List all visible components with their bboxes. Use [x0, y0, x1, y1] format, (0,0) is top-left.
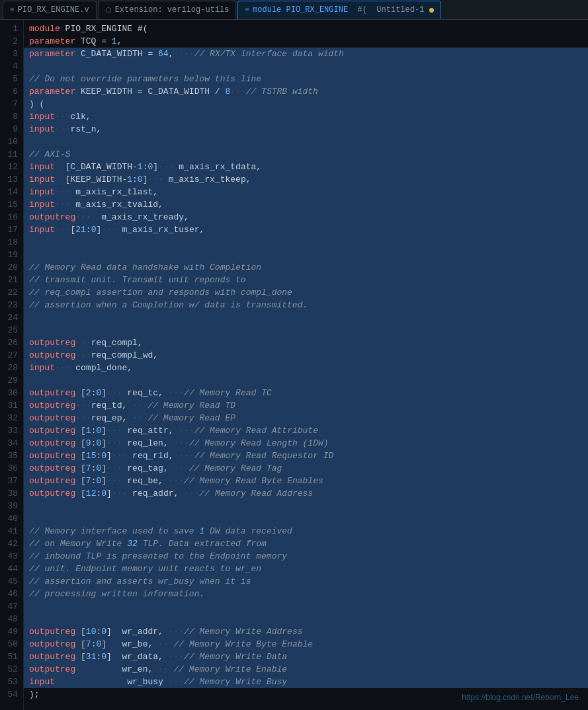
code-line: // assertion when a Completion w/ data i… — [24, 299, 588, 311]
code-line: output reg [7:0]··· req_be, ···// Memory… — [24, 475, 588, 487]
code-line: output reg [12:0]··· req_addr, ···// Mem… — [24, 487, 588, 500]
code-line: output reg ···req_compl_wd, — [24, 349, 588, 362]
code-line: input ··· m_axis_rx_tlast, — [24, 186, 588, 198]
code-line: // inbound TLP is presented to the Endpo… — [24, 550, 588, 563]
modified-dot — [429, 8, 434, 13]
code-line: parameter C_DATA_WIDTH = 64, ···// RX/TX… — [24, 48, 588, 60]
code-line: output reg ···req_compl, — [24, 336, 588, 349]
file-icon: ≡ — [10, 6, 15, 14]
code-line: input [C_DATA_WIDTH-1:0]··· m_axis_rx_td… — [24, 161, 588, 173]
code-line: output reg [31:0] wr_data, ···// Memory … — [24, 651, 588, 663]
code-line — [24, 60, 588, 73]
code-line: // transmit unit. Transmit unit reponds … — [24, 274, 588, 286]
code-line: output reg [10:0] wr_addr, ···// Memory … — [24, 625, 588, 638]
code-line: input ··· compl_done, — [24, 362, 588, 374]
code-line: // AXI-S — [24, 148, 588, 161]
code-line: // on Memory Write 32 TLP. Data extracte… — [24, 537, 588, 550]
code-line: output reg [7:0] wr_be, ···// Memory Wri… — [24, 638, 588, 651]
code-line: parameter KEEP_WIDTH = C_DATA_WIDTH / 8 … — [24, 85, 588, 98]
code-line: input [KEEP_WIDTH-1:0]··· m_axis_rx_tkee… — [24, 173, 588, 186]
tab-bar: ≡ PIO_RX_ENGINE.v ⬡ Extension: verilog-u… — [0, 0, 588, 20]
code-line: output reg [2:0]··· req_tc, ···// Memory… — [24, 387, 588, 399]
code-line — [24, 249, 588, 261]
code-line — [24, 613, 588, 625]
code-content[interactable]: module PIO_RX_ENGINE #( parameter TCQ = … — [24, 20, 588, 710]
code-line — [24, 500, 588, 512]
code-line: output reg [1:0]··· req_attr, ···// Memo… — [24, 424, 588, 437]
tab-pio-rx-engine-v[interactable]: ≡ PIO_RX_ENGINE.v — [3, 1, 97, 19]
code-line: input ···rst_n, — [24, 123, 588, 136]
code-line: // Memory Read data handshake with Compl… — [24, 261, 588, 274]
code-line — [24, 512, 588, 525]
code-line — [24, 311, 588, 324]
watermark: https://blog.csdn.net/Reborn_Lee — [462, 693, 579, 702]
tab-label: PIO_RX_ENGINE.v — [18, 5, 89, 15]
code-line: input wr_busy ···// Memory Write Busy — [24, 676, 588, 688]
editor-area: 1234567891011121314151617181920212223242… — [0, 20, 588, 710]
code-line: input ··· m_axis_rx_tvalid, — [24, 198, 588, 211]
code-line: output reg ···req_ep, ···// Memory Read … — [24, 412, 588, 424]
code-line — [24, 136, 588, 148]
code-line: // assertion and asserts wr_busy when it… — [24, 575, 588, 588]
extension-icon: ⬡ — [105, 6, 112, 15]
code-line — [24, 374, 588, 387]
line-numbers: 1234567891011121314151617181920212223242… — [0, 20, 24, 710]
code-line: input ···[21:0]··· m_axis_rx_tuser, — [24, 223, 588, 236]
tab-module-active[interactable]: ≡ module PIO_RX_ENGINE #( Untitled-1 — [237, 1, 441, 19]
tab-label: Extension: verilog-utils — [115, 5, 230, 15]
code-line: // Do not override parameters below this… — [24, 73, 588, 85]
code-line: parameter TCQ = 1, — [24, 35, 588, 48]
code-line: output reg [7:0]··· req_tag, ···// Memor… — [24, 462, 588, 475]
tab-extension-verilog[interactable]: ⬡ Extension: verilog-utils — [98, 1, 237, 19]
code-line: input ···clk, — [24, 110, 588, 123]
code-line: ) ( — [24, 98, 588, 110]
code-line: output reg [9:0]··· req_len, ···// Memor… — [24, 437, 588, 450]
code-line — [24, 600, 588, 613]
module-icon: ≡ — [245, 6, 249, 14]
code-line: // req_compl assertion and responds with… — [24, 286, 588, 299]
code-line: output reg ··· m_axis_rx_tready, — [24, 211, 588, 223]
code-line: // unit. Endpoint memory unit reacts to … — [24, 563, 588, 575]
code-line: output reg ···req_td, ···// Memory Read … — [24, 399, 588, 412]
code-line — [24, 324, 588, 336]
code-line: // processing written information. — [24, 588, 588, 600]
code-line: output reg wr_en, ···// Memory Write Ena… — [24, 663, 588, 676]
code-line: module PIO_RX_ENGINE #( — [24, 22, 588, 35]
code-line: output reg [15:0]··· req_rid, ···// Memo… — [24, 450, 588, 462]
tab-label: module PIO_RX_ENGINE #( Untitled-1 — [253, 5, 424, 15]
code-line: // Memory interface used to save 1 DW da… — [24, 525, 588, 537]
code-line — [24, 236, 588, 249]
